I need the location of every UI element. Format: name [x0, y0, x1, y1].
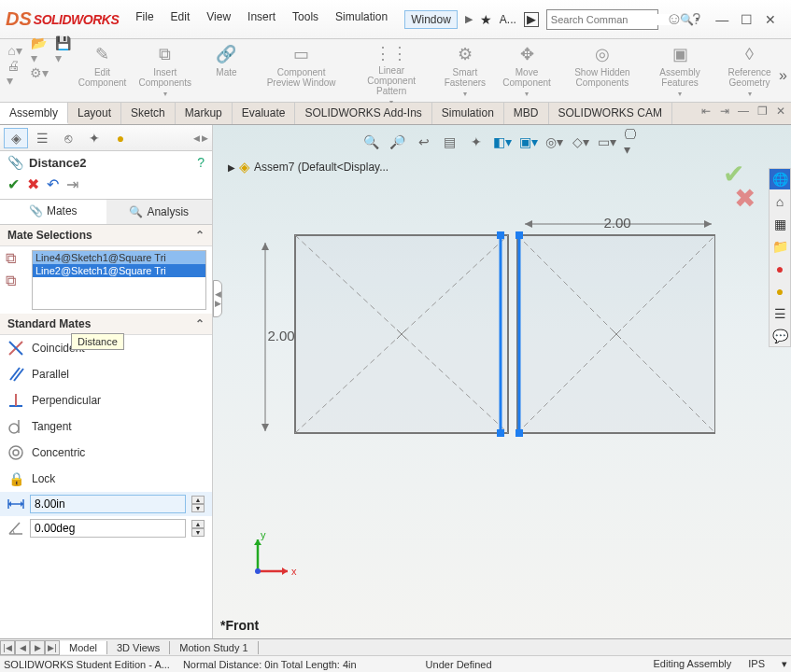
command-play-icon[interactable]: ▶ [524, 12, 539, 27]
tab-next-icon[interactable]: ⇥ [718, 105, 731, 118]
menu-view[interactable]: View [206, 10, 231, 29]
selection-list[interactable]: Line4@Sketch1@Square Tri Line2@Sketch1@S… [32, 250, 206, 310]
previous-view-icon[interactable]: ↩ [415, 133, 433, 151]
save-icon[interactable]: 💾▾ [54, 41, 73, 60]
minimize-button[interactable]: — [715, 13, 728, 26]
reject-overlay-icon[interactable]: ✖ [734, 183, 756, 214]
spinner-up-icon[interactable]: ▲ [191, 496, 205, 504]
user-icon[interactable]: ☺ [666, 9, 683, 29]
mate-concentric[interactable]: Concentric [0, 440, 212, 466]
bottom-tab-3dviews[interactable]: 3D Views [107, 641, 170, 654]
spinner-down-icon[interactable]: ▼ [191, 528, 205, 537]
tab-assembly[interactable]: Assembly [0, 103, 68, 124]
resources-icon[interactable]: 🌐 [770, 169, 790, 189]
tab-first-icon[interactable]: |◀ [0, 640, 15, 655]
standard-mates-header[interactable]: Standard Mates ⌃ [0, 314, 212, 335]
tab-restore-icon[interactable]: ❐ [756, 105, 769, 118]
tab-prev-icon[interactable]: ◀ [15, 640, 30, 655]
display-style-icon[interactable]: ▣▾ [519, 133, 538, 151]
list-icon[interactable]: ☰ [770, 303, 790, 324]
panel-help-icon[interactable]: ? [197, 155, 205, 170]
menu-edit[interactable]: Edit [171, 10, 191, 29]
bottom-tab-model[interactable]: Model [60, 641, 107, 654]
undo-button[interactable]: ↶ [47, 175, 59, 193]
menu-insert[interactable]: Insert [247, 10, 275, 29]
ribbon-overflow-icon[interactable]: » [779, 67, 787, 84]
tab-markup[interactable]: Markup [176, 103, 233, 124]
edit-appearance-icon[interactable]: ◇▾ [572, 133, 590, 151]
panel-collapse-handle[interactable]: ◀▶ [213, 280, 222, 317]
ok-button[interactable]: ✔ [7, 175, 20, 193]
ribbon-edit-component[interactable]: ✎Edit Component [73, 41, 132, 100]
status-dropdown-icon[interactable]: ▾ [782, 658, 787, 670]
command-search[interactable]: 🔍 ▾ [546, 9, 658, 30]
forum-icon[interactable]: 💬 [770, 326, 790, 346]
custom-props-icon[interactable]: ● [770, 281, 790, 301]
panel-nav-right-icon[interactable]: ▶ [202, 133, 208, 143]
menu-tools[interactable]: Tools [292, 10, 318, 29]
file-explorer-icon[interactable]: ▦ [770, 214, 790, 234]
entity2-icon[interactable]: ⧉ [6, 273, 28, 289]
search-input[interactable] [551, 14, 680, 25]
mate-lock[interactable]: 🔒 Lock Distance [0, 466, 212, 492]
zoom-fit-icon[interactable]: 🔍 [362, 133, 381, 151]
dynamic-icon[interactable]: ✦ [467, 133, 486, 151]
ribbon-smart-fasteners[interactable]: ⚙Smart Fasteners▾ [435, 41, 495, 100]
spinner-down-icon[interactable]: ▼ [191, 504, 205, 512]
tab-close-icon[interactable]: ✕ [774, 105, 787, 118]
menu-simulation[interactable]: Simulation [335, 10, 388, 29]
ribbon-mate[interactable]: 🔗Mate [198, 41, 254, 100]
angle-input[interactable] [30, 519, 186, 538]
bottom-tab-motion[interactable]: Motion Study 1 [170, 641, 258, 654]
ribbon-assembly-features[interactable]: ▣Assembly Features▾ [646, 41, 713, 100]
ribbon-show-hidden[interactable]: ◎Show Hidden Components [558, 41, 646, 100]
view-settings-icon[interactable]: 🖵▾ [624, 133, 643, 151]
design-library-icon[interactable]: ⌂ [770, 191, 790, 212]
settings-icon[interactable]: ⚙▾ [30, 63, 49, 82]
tab-sketch[interactable]: Sketch [121, 103, 176, 124]
star-icon[interactable]: ★ [480, 12, 492, 27]
config-tab-icon[interactable]: ⎋ [56, 128, 80, 148]
display-tab-icon[interactable]: ✦ [82, 128, 106, 148]
mates-toggle[interactable]: 📎Mates [0, 200, 106, 224]
maximize-button[interactable]: ☐ [740, 13, 753, 26]
home-icon[interactable]: ⌂▾ [6, 41, 24, 60]
menu-window[interactable]: Window [404, 10, 458, 29]
expand-icon[interactable]: ▶ [228, 162, 235, 173]
ribbon-linear-pattern[interactable]: ⋮⋮Linear Component Pattern▾ [348, 41, 435, 100]
graphics-viewport[interactable]: 🔍 🔎 ↩ ▤ ✦ ◧▾ ▣▾ ◎▾ ◇▾ ▭▾ 🖵▾ ▶ ◈ Assem7 (… [213, 125, 791, 638]
distance-spinner[interactable]: ▲▼ [191, 496, 205, 512]
section-view-icon[interactable]: ▤ [441, 133, 459, 151]
apply-scene-icon[interactable]: ▭▾ [598, 133, 616, 151]
ribbon-reference-geometry[interactable]: ◊Reference Geometry▾ [713, 41, 785, 100]
mate-selections-header[interactable]: Mate Selections ⌃ [0, 225, 212, 246]
mate-perpendicular[interactable]: Perpendicular [0, 387, 212, 413]
entity1-icon[interactable]: ⧉ [6, 250, 28, 267]
ribbon-component-preview[interactable]: ▭Component Preview Window [254, 41, 347, 100]
panel-nav-left-icon[interactable]: ◀ [193, 133, 200, 143]
appearances-icon[interactable]: ● [770, 259, 790, 279]
cancel-button[interactable]: ✖ [27, 175, 39, 193]
tab-next-icon[interactable]: ▶ [30, 640, 45, 655]
zoom-area-icon[interactable]: 🔎 [388, 133, 407, 151]
angle-spinner[interactable]: ▲▼ [191, 520, 205, 537]
ribbon-move-component[interactable]: ✥Move Component▾ [495, 41, 558, 100]
print-icon[interactable]: 🖨▾ [6, 63, 24, 82]
tab-layout[interactable]: Layout [68, 103, 121, 124]
view-orientation-icon[interactable]: ◧▾ [493, 133, 512, 151]
tab-evaluate[interactable]: Evaluate [233, 103, 296, 124]
pin-button[interactable]: ⇥ [66, 175, 78, 193]
extra-a-button[interactable]: A... [500, 13, 516, 26]
help-icon[interactable]: ? [692, 11, 700, 28]
view-palette-icon[interactable]: 📁 [770, 236, 790, 257]
view-triad[interactable]: x y [241, 532, 297, 588]
selection-item-2[interactable]: Line2@Sketch1@Square Tri [33, 264, 205, 277]
property-tab-icon[interactable]: ☰ [30, 128, 54, 148]
menu-file[interactable]: File [135, 10, 153, 29]
distance-input[interactable] [30, 495, 186, 513]
ribbon-insert-components[interactable]: ⧉Insert Components▾ [132, 41, 198, 100]
tab-last-icon[interactable]: ▶| [45, 640, 60, 655]
tab-solidworks-cam[interactable]: SOLIDWORKS CAM [549, 103, 672, 124]
menu-arrow-icon[interactable]: ▶ [465, 13, 473, 25]
tab-mbd[interactable]: MBD [504, 103, 549, 124]
